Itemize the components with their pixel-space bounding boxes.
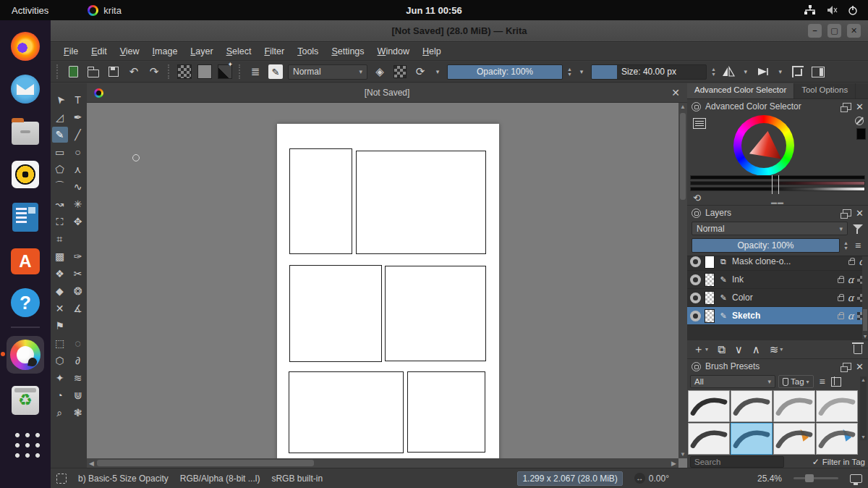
dock-item-files[interactable]: [9, 116, 41, 148]
layer-opacity-spinner[interactable]: ▲▼: [843, 241, 848, 251]
layer-list-scrollbar[interactable]: ▼: [862, 256, 868, 340]
dock-item-krita[interactable]: [7, 336, 44, 374]
scroll-up-icon[interactable]: ▲: [678, 104, 687, 110]
menu-image[interactable]: Image: [147, 44, 184, 59]
fit-to-screen-icon[interactable]: [850, 474, 862, 483]
smart-patch-tool[interactable]: ✂: [70, 266, 86, 282]
freehand-brush-tool[interactable]: ✎: [52, 127, 68, 143]
brush-preset-texture-gray[interactable]: [816, 390, 858, 422]
layer-row-color[interactable]: ✎Colorɑ: [687, 289, 868, 307]
similar-color-select-tool[interactable]: ≋: [70, 370, 86, 386]
horizontal-scroll-thumb[interactable]: [97, 460, 314, 466]
layer-visibility-icon[interactable]: [690, 311, 701, 321]
clock[interactable]: Jun 11 00:56: [406, 5, 461, 16]
reference-images-tool[interactable]: ⚑: [52, 318, 68, 334]
show-dockers-icon[interactable]: [810, 64, 826, 80]
brush-preset-soft-dark[interactable]: [731, 390, 773, 422]
undo-icon[interactable]: ↶: [126, 64, 142, 80]
menu-file[interactable]: File: [58, 44, 84, 59]
docker-lock-icon[interactable]: [692, 362, 701, 371]
dock-item-ubuntu-software[interactable]: [9, 244, 41, 276]
tab-tool-options[interactable]: Tool Options: [794, 83, 856, 98]
menu-window[interactable]: Window: [372, 44, 415, 59]
freehand-path-tool[interactable]: ∿: [70, 179, 86, 195]
layer-blending-mode-dropdown[interactable]: Normal ▾: [692, 222, 848, 235]
float-docker-icon[interactable]: [843, 363, 851, 370]
selector-settings-icon[interactable]: [693, 118, 706, 129]
save-button[interactable]: [106, 64, 122, 80]
crop-tool[interactable]: ⌗: [52, 231, 68, 247]
color-mode-label[interactable]: RGB/Alpha (8-bit ...l): [180, 474, 260, 484]
selection-mode-icon[interactable]: [56, 474, 67, 484]
move-layer-down-button[interactable]: ∨: [735, 343, 743, 356]
document-titlebar[interactable]: [Not Saved] ✕: [87, 83, 687, 103]
layer-visibility-icon[interactable]: [690, 274, 701, 285]
rectangle-tool[interactable]: ▭: [52, 144, 68, 160]
preset-filter-dropdown[interactable]: All ▾: [690, 375, 775, 388]
layer-lock-icon[interactable]: [838, 296, 844, 301]
fill-tool[interactable]: ◆: [52, 283, 68, 299]
brush-preset-ink-dark[interactable]: [688, 390, 730, 422]
menu-tools[interactable]: Tools: [292, 44, 324, 59]
wraparound-mode-icon[interactable]: [755, 64, 771, 80]
brush-preset-fineliner[interactable]: [688, 423, 730, 455]
gradient-tool[interactable]: ▩: [52, 248, 68, 264]
close-docker-icon[interactable]: ✕: [856, 101, 864, 112]
measure-tool[interactable]: ∡: [70, 300, 86, 316]
system-tray[interactable]: [804, 5, 868, 15]
docker-lock-icon[interactable]: [692, 102, 701, 112]
assistants-tool[interactable]: ✕: [52, 300, 68, 316]
current-brush-name[interactable]: b) Basic-5 Size Opacity: [78, 474, 169, 484]
zoom-level[interactable]: 25.4%: [757, 474, 782, 484]
focused-app-indicator[interactable]: krita: [88, 5, 122, 16]
brush-preset-pen-orange[interactable]: [773, 423, 815, 455]
menu-layer[interactable]: Layer: [184, 44, 218, 59]
layer-lock-icon[interactable]: [838, 314, 844, 319]
layer-alpha-lock-icon[interactable]: ɑ: [848, 293, 854, 303]
pattern-edit-tool[interactable]: ❖: [52, 266, 68, 282]
multibrush-tool[interactable]: ✳: [70, 196, 86, 212]
filter-in-tag-checkbox[interactable]: ✓ Filter in Tag: [812, 457, 865, 467]
color-profile-label[interactable]: sRGB built-in: [271, 474, 323, 484]
brush-preset-pencil-blue[interactable]: [816, 423, 858, 455]
dynamic-brush-tool[interactable]: ↝: [52, 196, 68, 212]
menu-settings[interactable]: Settings: [326, 44, 370, 59]
ellipse-tool[interactable]: ○: [70, 144, 86, 160]
add-layer-button[interactable]: ＋▾: [693, 342, 708, 356]
close-button[interactable]: ✕: [847, 24, 861, 38]
chevron-down-icon[interactable]: ▾: [775, 68, 786, 75]
preset-scrollbar[interactable]: ▲ ▼: [860, 376, 867, 440]
no-color-icon[interactable]: [855, 117, 864, 125]
edit-shapes-tool[interactable]: ◿: [52, 109, 68, 125]
close-docker-icon[interactable]: ✕: [856, 361, 864, 372]
zoom-tool[interactable]: ⌕: [52, 405, 68, 421]
polyline-tool[interactable]: ⋏: [70, 161, 86, 177]
canvas-page[interactable]: [277, 124, 499, 468]
mirror-view-icon[interactable]: [720, 64, 736, 80]
layer-lock-icon[interactable]: [838, 278, 844, 283]
layer-row-mask-clone-o-[interactable]: ⧉Mask clone-o...α: [687, 256, 868, 271]
duplicate-layer-button[interactable]: ⧉: [718, 343, 726, 356]
size-spinner[interactable]: ▲▼: [711, 67, 716, 77]
opacity-spinner[interactable]: ▲▼: [567, 67, 572, 77]
layer-opacity-slider[interactable]: Opacity: 100%: [692, 238, 840, 253]
fill-color-swatch[interactable]: [197, 64, 213, 80]
open-document-button[interactable]: [85, 64, 101, 80]
layer-alpha-lock-icon[interactable]: ɑ: [848, 274, 854, 285]
color-sampler-tool[interactable]: ✑: [70, 248, 86, 264]
scroll-up-icon[interactable]: ▲: [860, 377, 867, 382]
dock-item-rhythmbox[interactable]: [9, 159, 41, 190]
polygonal-select-tool[interactable]: ⬡: [52, 353, 68, 369]
dock-item-help[interactable]: [9, 287, 41, 319]
move-tool[interactable]: ✥: [70, 214, 86, 230]
layer-options-menu-icon[interactable]: ≡: [852, 240, 864, 251]
menu-edit[interactable]: Edit: [85, 44, 113, 59]
dock-item-trash[interactable]: [9, 384, 41, 416]
polygon-tool[interactable]: ⬠: [52, 161, 68, 177]
opacity-slider[interactable]: Opacity: 100%: [447, 64, 563, 80]
docker-lock-icon[interactable]: [692, 209, 701, 218]
bezier-curve-tool[interactable]: ⌒: [52, 179, 68, 195]
scroll-down-icon[interactable]: ▼: [860, 434, 867, 439]
reload-preset-icon[interactable]: ⟳: [412, 64, 428, 80]
eraser-mode-icon[interactable]: ◈: [372, 64, 388, 80]
